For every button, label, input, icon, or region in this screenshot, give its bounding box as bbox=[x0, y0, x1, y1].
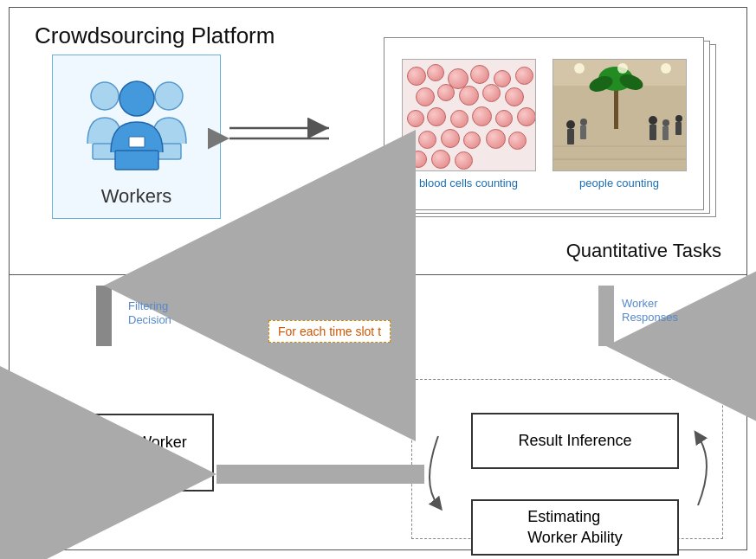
cell bbox=[517, 107, 536, 126]
time-slot-label: For each time slot t bbox=[278, 324, 381, 338]
svg-point-0 bbox=[91, 82, 119, 110]
people-counting-container: people counting bbox=[552, 59, 687, 190]
blood-cells-label: blood cells counting bbox=[419, 177, 518, 190]
bottom-section: Result Inference EstimatingWorker Abilit… bbox=[9, 362, 747, 550]
cell bbox=[427, 64, 444, 81]
svg-rect-6 bbox=[129, 137, 145, 147]
svg-point-23 bbox=[574, 63, 585, 74]
svg-point-13 bbox=[566, 120, 575, 129]
svg-point-17 bbox=[649, 116, 657, 125]
people-scene-svg bbox=[553, 60, 687, 171]
svg-rect-16 bbox=[580, 125, 586, 139]
cell bbox=[482, 84, 501, 102]
svg-point-25 bbox=[661, 63, 671, 74]
cell bbox=[410, 151, 427, 168]
blood-cells-bg bbox=[403, 60, 535, 170]
blood-cells-image bbox=[402, 59, 536, 171]
time-slot-box: For each time slot t bbox=[268, 320, 391, 343]
cell bbox=[508, 132, 527, 150]
workers-label: Workers bbox=[101, 185, 172, 208]
cell bbox=[505, 87, 524, 106]
tasks-title: Quantitative Tasks bbox=[566, 240, 721, 262]
workers-box: Workers bbox=[52, 55, 221, 219]
svg-point-2 bbox=[155, 82, 183, 110]
svg-rect-5 bbox=[115, 151, 158, 170]
svg-point-24 bbox=[617, 63, 628, 74]
svg-point-4 bbox=[120, 81, 154, 116]
cell bbox=[472, 106, 492, 126]
people-counting-image bbox=[552, 59, 687, 171]
cell bbox=[418, 131, 436, 149]
inference-box: Result Inference EstimatingWorker Abilit… bbox=[411, 379, 723, 539]
cell bbox=[450, 110, 468, 128]
cell bbox=[441, 129, 460, 148]
cell bbox=[437, 84, 455, 101]
svg-point-15 bbox=[580, 119, 587, 125]
cell bbox=[495, 110, 513, 127]
estimating-label: EstimatingWorker Ability bbox=[527, 507, 623, 548]
dwf-label: Dynamic WorkerFiltering bbox=[72, 433, 187, 473]
cell bbox=[463, 132, 481, 149]
blood-cells-container: blood cells counting bbox=[402, 59, 536, 190]
cell bbox=[407, 110, 424, 127]
estimating-box: EstimatingWorker Ability bbox=[471, 499, 679, 556]
task-card-front: blood cells counting bbox=[384, 37, 704, 210]
dynamic-worker-filtering-box: Dynamic WorkerFiltering bbox=[45, 414, 214, 492]
svg-rect-22 bbox=[675, 122, 682, 135]
workers-icon bbox=[81, 66, 193, 178]
svg-rect-18 bbox=[649, 125, 656, 140]
cell bbox=[416, 87, 435, 106]
svg-point-19 bbox=[662, 119, 669, 126]
cell bbox=[407, 67, 426, 86]
cell bbox=[427, 107, 446, 126]
svg-rect-20 bbox=[662, 126, 669, 140]
cell bbox=[431, 150, 450, 169]
cell bbox=[470, 65, 489, 84]
people-counting-label: people counting bbox=[579, 177, 659, 190]
cell bbox=[486, 129, 506, 149]
tasks-section: blood cells counting bbox=[384, 37, 721, 262]
platform-title: Crowdsourcing Platform bbox=[35, 22, 275, 49]
cell bbox=[455, 151, 473, 170]
top-section: Crowdsourcing Platform Workers bbox=[9, 7, 747, 275]
svg-rect-14 bbox=[567, 129, 574, 145]
result-inference-box: Result Inference bbox=[471, 413, 679, 469]
svg-point-21 bbox=[675, 115, 682, 122]
cell bbox=[459, 86, 479, 106]
cell bbox=[515, 67, 533, 85]
result-inference-label: Result Inference bbox=[518, 432, 631, 450]
